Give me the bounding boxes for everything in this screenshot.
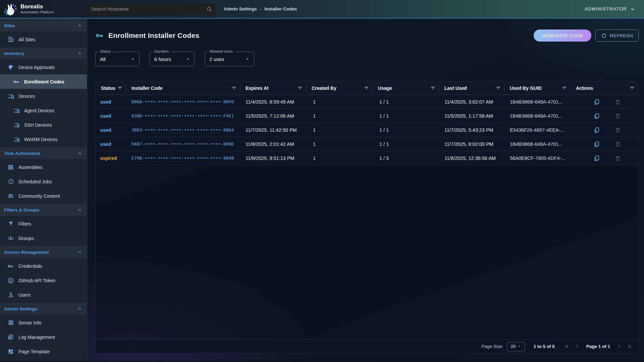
sidebar-item-label: Log Management: [18, 335, 55, 340]
sidebar-item-ssh-devices[interactable]: SSH Devices: [0, 118, 87, 132]
table-row: expiredE798-••••-••••-••••-••••-••••-•••…: [96, 151, 638, 165]
last-page-icon[interactable]: [627, 344, 632, 349]
caret-down-icon: [517, 345, 521, 348]
filter-icon[interactable]: [495, 85, 501, 91]
sidebar-item-label: Users: [18, 292, 31, 298]
column-header-actions[interactable]: Actions: [571, 81, 638, 95]
chevron-up-icon: [77, 306, 82, 311]
used-by-guid-cell: 1B4B386B-649A-4701...: [504, 99, 571, 105]
column-header-used-by-guid[interactable]: Used By GUID: [504, 81, 571, 95]
column-header-label: Created By: [312, 85, 336, 91]
filter-icon[interactable]: [364, 85, 369, 91]
sidebar-item-agent-devices[interactable]: Agent Devices: [0, 103, 87, 118]
filter-icon[interactable]: [430, 85, 436, 91]
actions-cell: [571, 127, 638, 133]
expires-at-cell: 11/5/2025, 7:12:06 AM: [240, 113, 306, 119]
last-used-cell: 11/4/2025, 3:02:07 AM: [439, 99, 504, 105]
sidebar-section-access-management[interactable]: Access Management: [0, 245, 87, 259]
sidebar-item-scheduled-jobs[interactable]: Scheduled Jobs: [0, 174, 87, 189]
user-menu[interactable]: ADMINISTRATOR: [585, 6, 635, 12]
filter-icon[interactable]: [561, 85, 567, 91]
sidebar-item-page-template[interactable]: Page Template: [0, 344, 87, 359]
sidebar-item-github-api-token[interactable]: GitHub API Token: [0, 273, 87, 288]
sidebar-item-community-content[interactable]: Community Content: [0, 189, 87, 203]
sidebar-item-device-approvals[interactable]: Device Approvals: [0, 60, 87, 74]
copy-icon: [593, 127, 600, 133]
brand: Borealis Automation Platform: [0, 1, 87, 17]
sidebar-item-assemblies[interactable]: Assemblies: [0, 160, 87, 174]
filter-icon[interactable]: [629, 85, 635, 91]
trash-icon: [615, 113, 621, 119]
column-header-label: Usage: [378, 85, 392, 91]
breadcrumb-separator: ›: [260, 6, 262, 11]
delete-button[interactable]: [615, 155, 621, 161]
delete-button[interactable]: [615, 127, 621, 133]
copy-button[interactable]: [593, 99, 600, 105]
allowed-uses-filter-value: 2 uses: [209, 56, 224, 62]
chevron-up-icon: [77, 207, 82, 213]
created-by-cell: 1: [306, 113, 373, 119]
sidebar-item-server-info[interactable]: Server Info: [0, 315, 87, 330]
sidebar-item-filters[interactable]: Filters: [0, 217, 87, 231]
copy-button[interactable]: [593, 127, 600, 133]
sidebar-section-filters-groups[interactable]: Filters & Groups: [0, 203, 87, 217]
copy-button[interactable]: [593, 141, 600, 147]
copy-button[interactable]: [593, 155, 600, 162]
top-bar: Borealis Automation Platform Admin Setti…: [0, 0, 644, 19]
copy-icon: [593, 113, 600, 119]
search-icon: [206, 6, 212, 12]
first-page-icon[interactable]: [564, 344, 570, 349]
sidebar-item-label: Devices: [18, 94, 35, 99]
building-icon: [7, 36, 14, 43]
sidebar-item-devices[interactable]: Devices: [0, 89, 87, 103]
refresh-button[interactable]: REFRESH: [595, 29, 639, 42]
sidebar-item-groups[interactable]: Groups: [0, 231, 87, 245]
search-input[interactable]: [91, 6, 206, 12]
status-filter-select[interactable]: Status All: [95, 52, 140, 66]
filter-icon[interactable]: [117, 85, 123, 91]
expires-at-cell: 11/8/2025, 9:51:13 PM: [240, 156, 306, 161]
installer-code-cell: 63BD-••••-••••-••••-••••-••••-••••-F4E1: [126, 113, 240, 118]
filter-icon[interactable]: [231, 85, 237, 91]
sidebar-section-sites[interactable]: Sites: [0, 19, 87, 32]
installer-code-cell: 2B63-••••-••••-••••-••••-••••-••••-6BA4: [126, 127, 240, 132]
prev-page-icon[interactable]: [575, 344, 580, 349]
usage-cell: 1 / 1: [373, 113, 439, 119]
funnel-icon: [7, 221, 14, 227]
page-size-select[interactable]: 20: [507, 342, 525, 351]
sidebar-item-log-management[interactable]: Log Management: [0, 330, 87, 344]
sidebar-section-inventory[interactable]: Inventory: [0, 47, 87, 60]
installer-code-cell: 04B7-••••-••••-••••-••••-••••-••••-B08D: [126, 141, 240, 146]
delete-button[interactable]: [615, 99, 621, 105]
usage-cell: 1 / 1: [373, 141, 439, 147]
allowed-uses-filter-select[interactable]: Allowed Uses 2 uses: [205, 52, 254, 66]
delete-button[interactable]: [615, 113, 621, 119]
generate-code-button[interactable]: GENERATE CODE: [534, 29, 591, 42]
sidebar-section-label: Sites: [4, 23, 15, 28]
sidebar-section-task-automation[interactable]: Task Automation: [0, 146, 87, 160]
duration-filter-select[interactable]: Duration 6 hours: [150, 52, 195, 66]
sidebar-section-admin-settings[interactable]: Admin Settings: [0, 302, 87, 315]
breadcrumb-admin-settings[interactable]: Admin Settings: [224, 6, 257, 11]
breadcrumb-installer-codes[interactable]: Installer Codes: [265, 6, 297, 11]
column-header-installer-code[interactable]: Installer Code: [126, 81, 240, 95]
sidebar-item-users[interactable]: Users: [0, 288, 87, 302]
sidebar-item-winrm-devices[interactable]: WinRM Devices: [0, 132, 87, 146]
sidebar-item-enrollment-codes[interactable]: Enrollment Codes: [0, 74, 87, 89]
column-header-expires-at[interactable]: Expires At: [240, 81, 306, 95]
sidebar-item-label: SSH Devices: [24, 122, 52, 128]
column-header-status[interactable]: Status: [96, 81, 126, 95]
column-header-last-used[interactable]: Last Used: [439, 81, 504, 95]
sidebar-item-label: Page Template: [18, 349, 50, 354]
search-box[interactable]: [87, 3, 216, 15]
copy-button[interactable]: [593, 113, 600, 119]
installer-code-cell: B96A-••••-••••-••••-••••-••••-••••-80FD: [126, 99, 240, 104]
status-cell: used: [96, 113, 126, 119]
sidebar-item-all-sites[interactable]: All Sites: [0, 32, 87, 47]
delete-button[interactable]: [615, 141, 621, 147]
column-header-created-by[interactable]: Created By: [306, 81, 373, 95]
sidebar-item-credentials[interactable]: Credentials: [0, 259, 87, 273]
filter-icon[interactable]: [297, 85, 303, 91]
next-page-icon[interactable]: [616, 344, 622, 349]
column-header-usage[interactable]: Usage: [373, 81, 439, 95]
